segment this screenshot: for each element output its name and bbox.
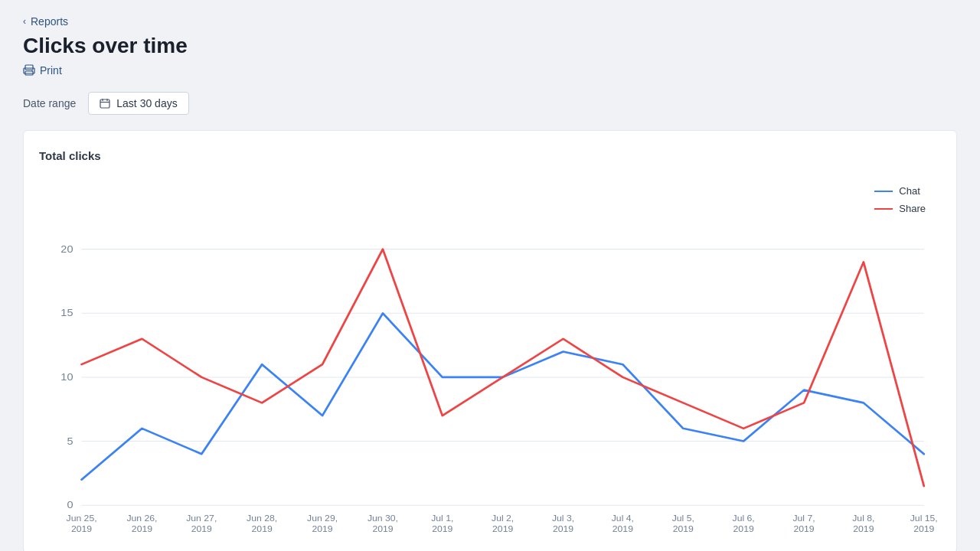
breadcrumb[interactable]: ‹ Reports — [23, 15, 957, 28]
chart-svg: 0 5 10 15 20 Jun 25, 2019 Jun 26, 2019 J… — [39, 185, 941, 537]
svg-text:20: 20 — [60, 243, 73, 255]
back-chevron-icon: ‹ — [23, 16, 26, 27]
svg-text:Jul 2,: Jul 2, — [492, 513, 514, 523]
svg-text:Jun 26,: Jun 26, — [126, 513, 157, 523]
svg-text:2019: 2019 — [913, 523, 935, 534]
legend-share-line — [874, 208, 893, 210]
svg-text:2019: 2019 — [372, 523, 394, 534]
legend-chat: Chat — [874, 185, 926, 197]
print-label: Print — [40, 64, 62, 77]
svg-text:Jun 25,: Jun 25, — [67, 513, 97, 523]
svg-text:2019: 2019 — [432, 523, 453, 534]
calendar-icon — [100, 98, 110, 109]
chat-line — [82, 313, 924, 479]
date-range-button[interactable]: Last 30 days — [88, 92, 188, 115]
svg-text:5: 5 — [67, 435, 73, 447]
svg-text:2019: 2019 — [733, 523, 755, 534]
chart-legend: Chat Share — [874, 185, 926, 214]
date-range-row: Date range Last 30 days — [23, 92, 957, 115]
date-range-button-label: Last 30 days — [116, 97, 177, 109]
svg-text:2019: 2019 — [612, 523, 634, 534]
svg-point-3 — [31, 70, 33, 72]
svg-text:Jun 27,: Jun 27, — [186, 513, 217, 523]
svg-text:2019: 2019 — [71, 523, 93, 534]
svg-text:Jul 8,: Jul 8, — [852, 513, 874, 523]
svg-text:2019: 2019 — [853, 523, 874, 534]
svg-text:Jul 4,: Jul 4, — [612, 513, 634, 523]
legend-chat-line — [874, 191, 893, 192]
svg-text:2019: 2019 — [553, 523, 574, 534]
legend-chat-label: Chat — [899, 185, 920, 197]
svg-text:15: 15 — [60, 307, 73, 319]
svg-text:Jul 7,: Jul 7, — [792, 513, 815, 523]
chart-area: Chat Share 0 5 10 — [39, 185, 941, 537]
print-icon — [23, 64, 35, 77]
svg-text:2019: 2019 — [312, 523, 333, 534]
svg-text:Jun 30,: Jun 30, — [368, 513, 398, 523]
svg-text:2019: 2019 — [793, 523, 815, 534]
svg-text:Jul 3,: Jul 3, — [552, 513, 574, 523]
svg-text:2019: 2019 — [673, 523, 694, 534]
svg-text:Jul 1,: Jul 1, — [431, 513, 453, 523]
chart-card: Total clicks Chat Share — [23, 130, 957, 551]
chart-title: Total clicks — [39, 149, 941, 162]
share-line — [82, 249, 924, 486]
svg-text:Jun 29,: Jun 29, — [307, 513, 338, 523]
svg-text:2019: 2019 — [191, 523, 213, 534]
svg-text:2019: 2019 — [252, 523, 273, 534]
print-link[interactable]: Print — [23, 64, 957, 77]
svg-text:10: 10 — [60, 370, 73, 383]
page-title: Clicks over time — [23, 34, 957, 58]
legend-share: Share — [874, 203, 926, 214]
legend-share-label: Share — [899, 203, 926, 214]
svg-text:0: 0 — [67, 499, 73, 511]
svg-text:Jul 15,: Jul 15, — [910, 513, 938, 523]
svg-rect-4 — [100, 99, 109, 108]
svg-text:Jul 5,: Jul 5, — [672, 513, 694, 523]
date-range-label: Date range — [23, 97, 76, 109]
page-container: ‹ Reports Clicks over time Print Date ra… — [0, 0, 980, 551]
svg-text:2019: 2019 — [492, 523, 514, 534]
svg-rect-0 — [25, 65, 33, 70]
svg-text:Jul 6,: Jul 6, — [733, 513, 755, 523]
svg-text:2019: 2019 — [132, 523, 153, 534]
breadcrumb-label: Reports — [31, 15, 68, 28]
svg-text:Jun 28,: Jun 28, — [247, 513, 277, 523]
